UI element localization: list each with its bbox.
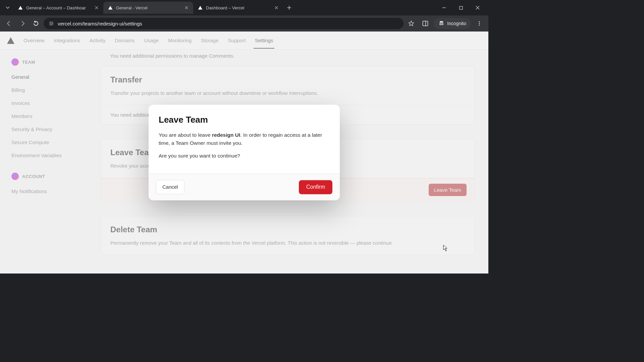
reload-button[interactable] [30,18,42,29]
svg-point-6 [50,24,51,25]
svg-point-5 [52,23,53,24]
browser-toolbar: vercel.com/teams/redesign-ui/settings In… [0,15,488,32]
new-tab-button[interactable] [284,3,294,12]
svg-marker-0 [18,6,23,9]
leave-team-modal: Leave Team You are about to leave redesi… [149,105,340,200]
tab-title: General – Account – Dashboar [26,5,91,10]
bookmark-star-icon[interactable] [406,18,417,29]
browser-tab-strip: General – Account – Dashboar General - V… [0,0,488,15]
vercel-favicon-icon [197,5,203,11]
modal-paragraph-2: Are you sure you want to continue? [159,152,330,160]
browser-menu-button[interactable] [474,18,485,29]
svg-marker-2 [198,6,203,9]
modal-paragraph-1: You are about to leave redesign UI. In o… [159,131,330,147]
site-settings-icon[interactable] [48,20,54,26]
close-icon[interactable] [184,5,189,10]
incognito-icon [438,20,444,27]
tab-search-dropdown[interactable] [2,2,13,13]
back-button[interactable] [3,18,15,29]
vercel-favicon-icon [17,5,23,11]
address-bar[interactable]: vercel.com/teams/redesign-ui/settings [44,18,404,29]
svg-point-12 [479,25,480,26]
browser-tab[interactable]: General – Account – Dashboar [13,2,103,14]
side-panel-icon[interactable] [420,18,431,29]
vercel-favicon-icon [107,5,113,11]
browser-tab[interactable]: General - Vercel [103,2,193,14]
svg-point-8 [440,23,441,25]
svg-point-10 [479,21,480,22]
svg-rect-3 [460,6,463,9]
window-minimize-button[interactable] [439,3,449,12]
close-icon[interactable] [94,5,99,10]
svg-point-9 [442,23,443,25]
svg-point-4 [50,22,51,23]
svg-rect-7 [423,21,428,26]
tab-title: Dashboard – Vercel [206,5,271,10]
forward-button[interactable] [17,18,28,29]
close-icon[interactable] [274,5,279,10]
window-maximize-button[interactable] [456,3,466,12]
tab-title: General - Vercel [116,5,181,10]
confirm-button[interactable]: Confirm [299,180,332,194]
svg-marker-1 [108,6,113,9]
window-close-button[interactable] [473,3,482,12]
svg-point-11 [479,23,480,24]
incognito-indicator[interactable]: Incognito [434,18,471,29]
browser-tab[interactable]: Dashboard – Vercel [193,2,283,14]
incognito-label: Incognito [447,21,466,26]
cancel-button[interactable]: Cancel [156,180,184,194]
modal-title: Leave Team [159,115,330,125]
url-text: vercel.com/teams/redesign-ui/settings [58,21,142,26]
